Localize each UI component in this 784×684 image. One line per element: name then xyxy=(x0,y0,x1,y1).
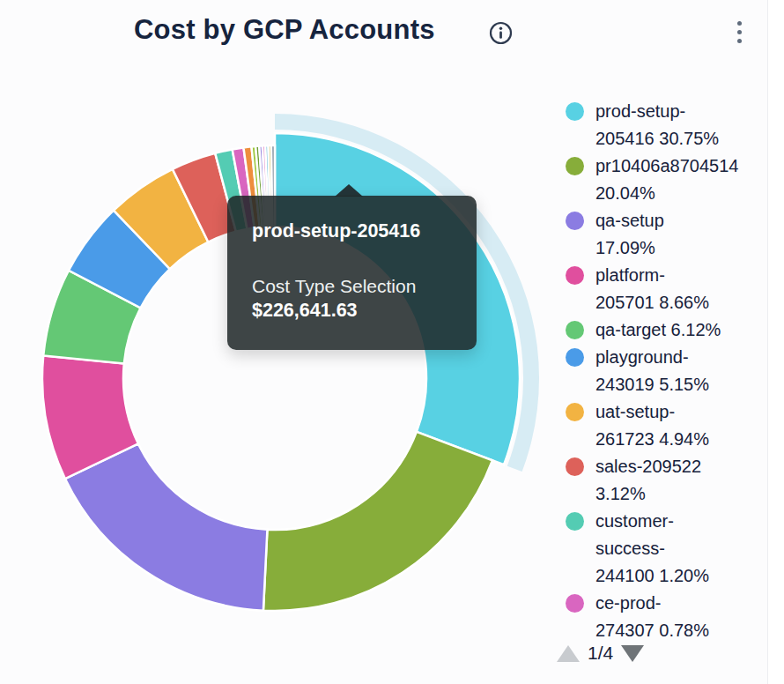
page-gutter xyxy=(768,0,784,684)
legend-color-dot-icon xyxy=(566,102,584,121)
legend-color-dot-icon xyxy=(566,266,584,285)
legend-page-up-icon[interactable] xyxy=(557,645,580,662)
legend-item[interactable]: platform-205701 8.66% xyxy=(566,262,765,316)
legend-item[interactable]: ce-prod-274307 0.78% xyxy=(566,590,765,637)
legend-item[interactable]: pr10406a870451420.04% xyxy=(566,152,765,207)
legend-item-label: qa-setup17.09% xyxy=(595,207,664,262)
legend-color-dot-icon xyxy=(566,594,584,613)
legend-item-label: platform-205701 8.66% xyxy=(595,262,709,316)
legend-color-dot-icon xyxy=(566,212,584,230)
legend-item[interactable]: qa-setup17.09% xyxy=(566,207,765,262)
legend-pagination: 1/4 xyxy=(557,643,644,664)
legend-item[interactable]: playground-243019 5.15% xyxy=(566,344,765,398)
legend-item-label: sales-2095223.12% xyxy=(595,453,701,508)
chart-tooltip: prod-setup-205416 Cost Type Selection $2… xyxy=(227,196,477,350)
legend-item[interactable]: prod-setup-205416 30.75% xyxy=(566,98,765,152)
legend-item[interactable]: qa-target 6.12% xyxy=(566,316,765,344)
tooltip-series-name: prod-setup-205416 xyxy=(252,219,452,242)
legend-page-label: 1/4 xyxy=(588,643,613,664)
donut-slice-qa-setup[interactable] xyxy=(65,443,267,610)
legend-item[interactable]: customer-success-244100 1.20% xyxy=(566,508,765,590)
widget-card: Cost by GCP Accounts prod-setup-205416 C… xyxy=(0,0,768,684)
legend-item-label: prod-setup-205416 30.75% xyxy=(595,98,719,152)
legend-item-label: customer-success-244100 1.20% xyxy=(595,508,709,590)
legend-item-label: pr10406a870451420.04% xyxy=(595,152,738,207)
legend-color-dot-icon xyxy=(566,457,584,476)
cost-by-gcp-accounts-widget: { "header": { "title": "Cost by GCP Acco… xyxy=(0,0,784,684)
legend-item-label: qa-target 6.12% xyxy=(595,316,721,344)
legend-color-dot-icon xyxy=(566,403,584,421)
tooltip-arrow-icon xyxy=(335,184,363,197)
legend-item[interactable]: sales-2095223.12% xyxy=(566,453,765,508)
legend-item-label: uat-setup-261723 4.94% xyxy=(595,398,709,453)
donut-slice-pr10406a8704514[interactable] xyxy=(263,432,492,611)
legend-page-down-icon[interactable] xyxy=(621,645,644,662)
legend: prod-setup-205416 30.75%pr10406a87045142… xyxy=(566,98,765,637)
legend-color-dot-icon xyxy=(566,321,584,339)
tooltip-cost-type-label: Cost Type Selection xyxy=(252,274,452,298)
legend-item-label: playground-243019 5.15% xyxy=(595,344,709,398)
legend-item-label: ce-prod-274307 0.78% xyxy=(595,590,709,637)
legend-color-dot-icon xyxy=(566,157,584,175)
legend-color-dot-icon xyxy=(566,512,584,531)
legend-color-dot-icon xyxy=(566,348,584,367)
legend-item[interactable]: uat-setup-261723 4.94% xyxy=(566,398,765,453)
tooltip-cost-value: $226,641.63 xyxy=(252,298,452,323)
